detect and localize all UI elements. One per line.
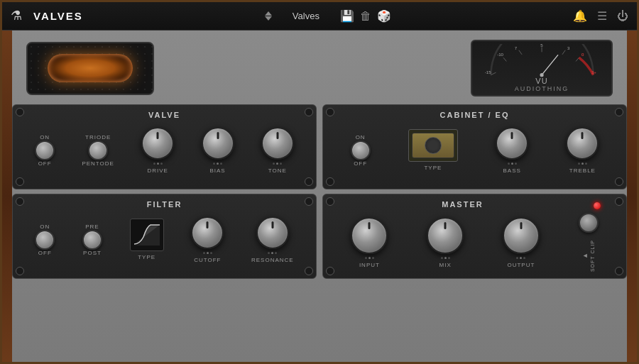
- valve-toggle-knob[interactable]: [35, 140, 55, 160]
- bass-dot-2: [511, 162, 513, 165]
- drive-dots: [153, 162, 163, 165]
- soft-clip-label: SOFT CLIP: [590, 240, 595, 272]
- mast-corner-tl: [326, 197, 334, 206]
- power-icon[interactable]: ⏻: [617, 10, 628, 23]
- drive-knob[interactable]: [141, 127, 174, 160]
- preset-down-arrow[interactable]: [265, 16, 272, 21]
- filter-curve-svg: [133, 223, 161, 248]
- cab-on-label: ON: [356, 134, 366, 140]
- filt-post-label: POST: [83, 250, 102, 256]
- drive-dot-1: [153, 162, 155, 165]
- filt-corner-bl: [16, 267, 24, 275]
- svg-text:-15: -15: [484, 70, 491, 75]
- treble-group: TREBLE: [566, 127, 599, 174]
- cutoff-knob[interactable]: [191, 216, 224, 249]
- random-icon[interactable]: 🎲: [377, 9, 391, 23]
- resonance-dot-2: [271, 252, 273, 254]
- cab-toggle-group: ON OFF: [351, 134, 371, 167]
- output-knob[interactable]: [503, 217, 540, 254]
- bass-group: BASS: [496, 127, 528, 174]
- mix-dots: [441, 257, 450, 259]
- filt-mode-knob[interactable]: [82, 230, 102, 250]
- output-dots: [516, 257, 525, 259]
- input-group: INPUT: [351, 217, 388, 268]
- title-bar-center: Valves 💾 🗑 🎲: [83, 9, 573, 23]
- drive-dot-3: [160, 162, 163, 165]
- svg-text:5: 5: [540, 44, 543, 48]
- tube-glow: [48, 54, 133, 82]
- app-icon: ⚗: [11, 8, 28, 25]
- menu-icon[interactable]: ☰: [597, 9, 607, 23]
- valve-off-label: OFF: [38, 160, 52, 167]
- drive-dot-2: [157, 162, 159, 165]
- cutoff-label: CUTOFF: [194, 257, 221, 263]
- bass-dot-3: [515, 162, 517, 165]
- bias-group: BIAS: [202, 127, 234, 174]
- tone-group: TONE: [261, 127, 294, 174]
- cabinet-controls: ON OFF TYPE: [332, 123, 618, 177]
- treble-dot-3: [585, 162, 587, 165]
- svg-text:3: 3: [567, 45, 569, 50]
- filt-toggle-knob[interactable]: [35, 230, 55, 250]
- cabinet-display[interactable]: [408, 129, 458, 162]
- output-label: OUTPUT: [507, 262, 535, 268]
- valve-on-label: ON: [40, 134, 50, 140]
- filt-toggle-group: ON OFF: [35, 224, 55, 256]
- filt-pre-label: PRE: [85, 224, 99, 230]
- preset-name: Valves: [278, 11, 334, 21]
- mix-dot-2: [444, 257, 447, 259]
- filt-type-group: TYPE: [130, 219, 164, 260]
- input-knob[interactable]: [351, 217, 388, 254]
- bias-label: BIAS: [209, 167, 225, 174]
- vu-meter: -15 -10 7 5 3 0 3+ VU AUDIOTHING: [471, 40, 613, 96]
- cabinet-image: [412, 133, 454, 158]
- input-dot-3: [372, 257, 374, 259]
- cab-corner-br: [615, 177, 623, 186]
- mix-label: MIX: [439, 262, 452, 268]
- bass-knob[interactable]: [496, 127, 528, 160]
- resonance-knob[interactable]: [256, 216, 289, 249]
- delete-icon[interactable]: 🗑: [360, 10, 371, 23]
- input-dots: [365, 257, 374, 259]
- cabinet-speaker: [425, 137, 442, 154]
- mast-corner-bl: [326, 267, 334, 275]
- valve-pentode-label: PENTODE: [82, 160, 114, 167]
- corner-bl: [16, 177, 24, 186]
- tone-dot-2: [276, 162, 278, 165]
- cutoff-dot-3: [210, 252, 212, 254]
- input-dot-1: [365, 257, 367, 259]
- corner-tl: [16, 108, 24, 116]
- svg-text:0: 0: [581, 52, 584, 57]
- title-bar-right: 🔔 ☰ ⏻: [573, 9, 628, 23]
- filt-mode-group: PRE POST: [82, 224, 102, 256]
- soft-clip-button[interactable]: [579, 213, 599, 233]
- preset-arrows[interactable]: [265, 11, 272, 21]
- valve-mode-knob[interactable]: [88, 140, 108, 160]
- output-dot-2: [520, 257, 522, 259]
- bias-dot-3: [220, 162, 222, 165]
- save-icon[interactable]: 💾: [340, 9, 354, 23]
- mix-dot-3: [448, 257, 450, 259]
- preset-up-arrow[interactable]: [265, 11, 272, 16]
- resonance-dot-1: [268, 252, 270, 254]
- cab-toggle-knob[interactable]: [351, 140, 371, 160]
- filt-corner-tr: [305, 197, 313, 206]
- resonance-label: RESONANCE: [251, 257, 294, 263]
- mix-knob[interactable]: [427, 217, 464, 254]
- filter-type-display[interactable]: [130, 219, 164, 251]
- title-bar: ⚗ VALVES Valves 💾 🗑 🎲 🔔 ☰ ⏻: [2, 2, 637, 31]
- bell-icon[interactable]: 🔔: [573, 9, 587, 23]
- top-panels: VALVE ON OFF TRIODE PENTODE: [12, 104, 627, 189]
- cab-type-group: TYPE: [408, 129, 458, 171]
- mast-corner-br: [615, 267, 623, 275]
- treble-knob[interactable]: [566, 127, 599, 160]
- tone-knob[interactable]: [261, 127, 294, 160]
- bias-knob[interactable]: [202, 127, 234, 160]
- filt-corner-tl: [16, 197, 24, 206]
- bias-dots: [213, 162, 222, 165]
- treble-dot-1: [578, 162, 580, 165]
- svg-text:7: 7: [514, 45, 517, 50]
- corner-br: [305, 177, 313, 186]
- input-label: INPUT: [359, 262, 380, 268]
- valve-triode-label: TRIODE: [85, 134, 111, 140]
